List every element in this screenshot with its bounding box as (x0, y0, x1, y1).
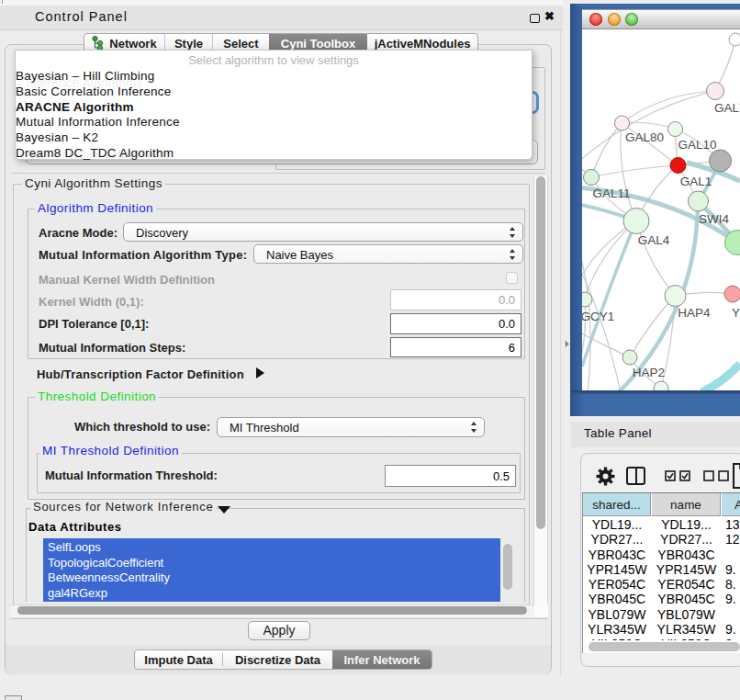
svg-text:GCY1: GCY1 (582, 310, 614, 323)
svg-text:GAL11: GAL11 (592, 186, 630, 200)
svg-text:GAL7: GAL7 (714, 101, 740, 115)
svg-text:GAL10: GAL10 (678, 138, 716, 152)
svg-text:HAP2: HAP2 (633, 366, 665, 379)
svg-text:GAL4: GAL4 (638, 233, 670, 247)
svg-text:HAP4: HAP4 (678, 306, 711, 320)
svg-text:Y: Y (732, 306, 740, 320)
svg-text:GAL80: GAL80 (625, 130, 664, 144)
svg-text:GAL1: GAL1 (680, 175, 712, 188)
svg-text:SWI4: SWI4 (699, 212, 729, 226)
